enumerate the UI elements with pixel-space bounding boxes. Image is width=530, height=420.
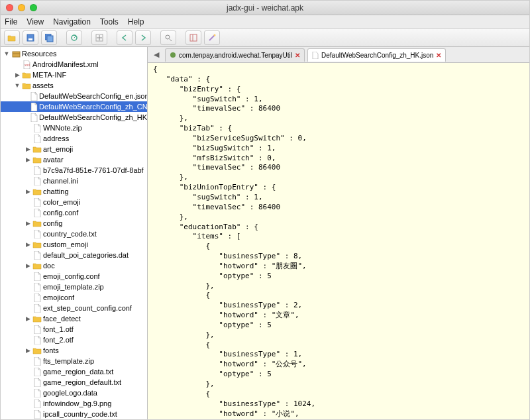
tree-row[interactable]: ▶DefaultWebSearchConfig_en.json (1, 91, 147, 101)
file-icon (312, 52, 319, 59)
tab-nav-back[interactable]: ◀ (150, 49, 162, 61)
tree-row[interactable]: ▶xmlAndroidManifest.xml (1, 59, 147, 70)
tree-label: avatar (43, 156, 64, 164)
titlebar: jadx-gui - weichat.apk (1, 1, 529, 15)
close-icon[interactable]: ✕ (295, 52, 300, 59)
file-icon (32, 283, 42, 291)
tree-row[interactable]: ▶face_detect (1, 313, 147, 324)
tree-row[interactable]: ▶emoji_config.conf (1, 271, 147, 282)
disclosure-icon: ▶ (25, 400, 31, 407)
tree-row[interactable]: ▶fonts (1, 345, 147, 356)
tree-row[interactable]: ▶font_1.otf (1, 324, 147, 335)
menu-file[interactable]: File (5, 17, 17, 26)
tree-row[interactable]: ▶ipcall_country_code.txt (1, 409, 147, 419)
main-split: ▼Resources▶xmlAndroidManifest.xml▶META-I… (1, 47, 529, 419)
tree-row[interactable]: ▶WNNote.zip (1, 123, 147, 133)
file-icon (32, 166, 42, 175)
tree-label: infowindow_bg.9.png (43, 399, 111, 407)
tab-defaultwebsearchconfig[interactable]: DefaultWebSearchConfig_zh_HK.json ✕ (307, 48, 446, 62)
tree-row[interactable]: ▶art_emoji (1, 144, 147, 154)
search-button[interactable] (160, 30, 176, 45)
tree-row[interactable]: ▶infowindow_bg.9.png (1, 398, 147, 409)
toggle-panel-button[interactable] (186, 30, 201, 45)
tree-row[interactable]: ▶fts_template.zip (1, 356, 147, 366)
disclosure-icon[interactable]: ▶ (25, 241, 31, 248)
tree-row[interactable]: ▶font_2.otf (1, 335, 147, 345)
tree-row[interactable]: ▶b7c9a7fd-851e-7761-07df-8abf (1, 165, 147, 176)
disclosure-icon[interactable]: ▶ (25, 347, 31, 354)
tree-row[interactable]: ▶avatar (1, 154, 147, 165)
tree-row[interactable]: ▶ext_step_count_config.conf (1, 303, 147, 313)
arrow-right-icon (140, 34, 146, 41)
tree-label: config.conf (43, 209, 78, 217)
menu-help[interactable]: Help (128, 17, 144, 26)
disclosure-icon: ▶ (25, 326, 31, 333)
disclosure-icon[interactable]: ▶ (25, 220, 31, 227)
disclosure-icon[interactable]: ▶ (25, 188, 31, 195)
toolbar (1, 28, 529, 47)
tree-row[interactable]: ▶chatting (1, 186, 147, 197)
package-icon (11, 50, 21, 58)
tree-label: googleLogo.data (43, 389, 97, 397)
disclosure-icon[interactable]: ▼ (14, 82, 21, 89)
tree-row[interactable]: ▶default_poi_categories.dat (1, 250, 147, 260)
disclosure-icon[interactable]: ▼ (3, 50, 10, 57)
tree-row[interactable]: ▶DefaultWebSearchConfig_zh_CN.json (1, 101, 147, 112)
menu-view[interactable]: View (26, 17, 44, 26)
open-file-button[interactable] (4, 30, 20, 45)
tree-label: emojiconf (43, 293, 74, 301)
tree-row[interactable]: ▶address (1, 133, 147, 144)
sync-button[interactable] (66, 30, 82, 45)
tree-label: channel.ini (43, 177, 78, 185)
disclosure-icon: ▶ (25, 135, 31, 142)
save-all-button[interactable] (41, 30, 57, 45)
save-button[interactable] (23, 30, 38, 45)
nav-forward-button[interactable] (135, 30, 151, 45)
tree-row[interactable]: ▶config (1, 218, 147, 229)
tree-row[interactable]: ▶doc (1, 260, 147, 271)
disclosure-icon: ▶ (25, 199, 31, 205)
deobfuscate-button[interactable] (204, 30, 220, 45)
tree-pane[interactable]: ▼Resources▶xmlAndroidManifest.xml▶META-I… (1, 47, 148, 419)
tree-label: font_2.otf (43, 336, 74, 344)
svg-point-6 (166, 35, 170, 39)
tree-row[interactable]: ▶emojiconf (1, 292, 147, 303)
file-icon (32, 293, 42, 302)
disclosure-icon[interactable]: ▶ (14, 72, 21, 78)
tree-row[interactable]: ▶googleLogo.data (1, 388, 147, 398)
file-icon: xml (22, 60, 31, 69)
disclosure-icon[interactable]: ▶ (25, 262, 31, 269)
tree-row[interactable]: ▶game_region_data.txt (1, 366, 147, 377)
tree-row[interactable]: ▶config.conf (1, 207, 147, 218)
tab-tenpayutil[interactable]: com.tenpay.android.wechat.TenpayUtil ✕ (165, 48, 305, 62)
tree-row[interactable]: ▼assets (1, 80, 147, 91)
collapse-icon (95, 34, 103, 42)
resource-tree[interactable]: ▼Resources▶xmlAndroidManifest.xml▶META-I… (1, 47, 147, 419)
close-icon[interactable]: ✕ (436, 52, 441, 59)
tree-row[interactable]: ▶custom_emoji (1, 239, 147, 250)
disclosure-icon: ▶ (14, 61, 21, 68)
menu-tools[interactable]: Tools (100, 17, 119, 26)
expand-button[interactable] (91, 30, 107, 45)
code-view[interactable]: { "data" : { "bizEntry" : { "sugSwitch" … (148, 63, 529, 419)
file-icon (30, 92, 38, 101)
tree-row[interactable]: ▶color_emoji (1, 197, 147, 207)
tree-row[interactable]: ▶emoji_template.zip (1, 282, 147, 292)
disclosure-icon: ▶ (25, 390, 31, 396)
tree-row[interactable]: ▶country_code.txt (1, 229, 147, 239)
arrow-left-icon (121, 34, 128, 41)
menu-navigation[interactable]: Navigation (53, 17, 91, 26)
disclosure-icon[interactable]: ▶ (25, 156, 31, 163)
disclosure-icon: ▶ (25, 379, 31, 386)
tree-row-resources[interactable]: ▼Resources (1, 48, 147, 59)
tree-label: doc (43, 262, 55, 270)
disclosure-icon[interactable]: ▶ (25, 315, 31, 322)
tree-label: assets (32, 81, 54, 89)
disclosure-icon[interactable]: ▶ (25, 146, 31, 152)
tree-row[interactable]: ▶game_region_default.txt (1, 377, 147, 388)
folder-icon (32, 145, 42, 154)
tree-row[interactable]: ▶META-INF (1, 70, 147, 80)
nav-back-button[interactable] (117, 30, 132, 45)
tree-row[interactable]: ▶DefaultWebSearchConfig_zh_HK.json (1, 112, 147, 123)
tree-row[interactable]: ▶channel.ini (1, 176, 147, 186)
